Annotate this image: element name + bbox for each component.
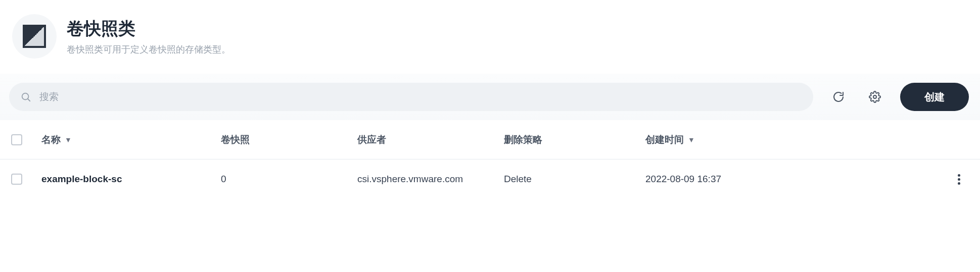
title-block: 卷快照类 卷快照类可用于定义卷快照的存储类型。 [67, 17, 230, 56]
sort-caret-icon: ▼ [688, 136, 695, 144]
column-label: 卷快照 [221, 133, 250, 146]
column-label: 删除策略 [504, 133, 542, 146]
search-field[interactable] [9, 83, 813, 111]
column-label: 创建时间 [645, 133, 684, 146]
gear-icon [869, 91, 881, 103]
svg-line-1 [28, 99, 30, 101]
search-icon [20, 91, 31, 102]
cell-name[interactable]: example-block-sc [41, 174, 221, 185]
column-header-name[interactable]: 名称 ▼ [41, 133, 221, 146]
column-header-snapshot[interactable]: 卷快照 [221, 133, 357, 146]
row-checkbox[interactable] [11, 174, 22, 185]
cell-created: 2022-08-09 16:37 [645, 174, 772, 185]
kebab-icon [958, 174, 960, 177]
toolbar: 创建 [0, 74, 980, 120]
cell-provider: csi.vsphere.vmware.com [357, 174, 504, 185]
resource-icon-wrap [12, 14, 57, 59]
table-header: 名称 ▼ 卷快照 供应者 删除策略 创建时间 ▼ [0, 120, 980, 159]
select-all-checkbox[interactable] [11, 134, 22, 145]
settings-button[interactable] [864, 86, 886, 108]
page-title: 卷快照类 [67, 17, 230, 40]
table: 名称 ▼ 卷快照 供应者 删除策略 创建时间 ▼ example-block-s… [0, 120, 980, 199]
column-header-created[interactable]: 创建时间 ▼ [645, 133, 772, 146]
kebab-icon [958, 178, 960, 181]
refresh-icon [832, 91, 845, 103]
column-label: 供应者 [357, 133, 386, 146]
cell-delete-policy: Delete [504, 174, 645, 185]
refresh-button[interactable] [827, 86, 850, 108]
sort-caret-icon: ▼ [65, 136, 72, 144]
column-header-delete-policy[interactable]: 删除策略 [504, 133, 645, 146]
column-label: 名称 [41, 133, 61, 146]
create-button[interactable]: 创建 [900, 83, 969, 111]
svg-point-2 [873, 95, 876, 98]
table-row[interactable]: example-block-sc 0 csi.vsphere.vmware.co… [0, 159, 980, 199]
search-input[interactable] [38, 91, 802, 103]
svg-point-0 [22, 93, 29, 100]
kebab-icon [958, 182, 960, 185]
page-header: 卷快照类 卷快照类可用于定义卷快照的存储类型。 [0, 0, 980, 74]
column-header-provider[interactable]: 供应者 [357, 133, 504, 146]
volume-snapshot-class-icon [23, 25, 46, 48]
page-subtitle: 卷快照类可用于定义卷快照的存储类型。 [67, 43, 230, 56]
row-actions-button[interactable] [958, 174, 960, 185]
cell-snapshot: 0 [221, 174, 357, 185]
